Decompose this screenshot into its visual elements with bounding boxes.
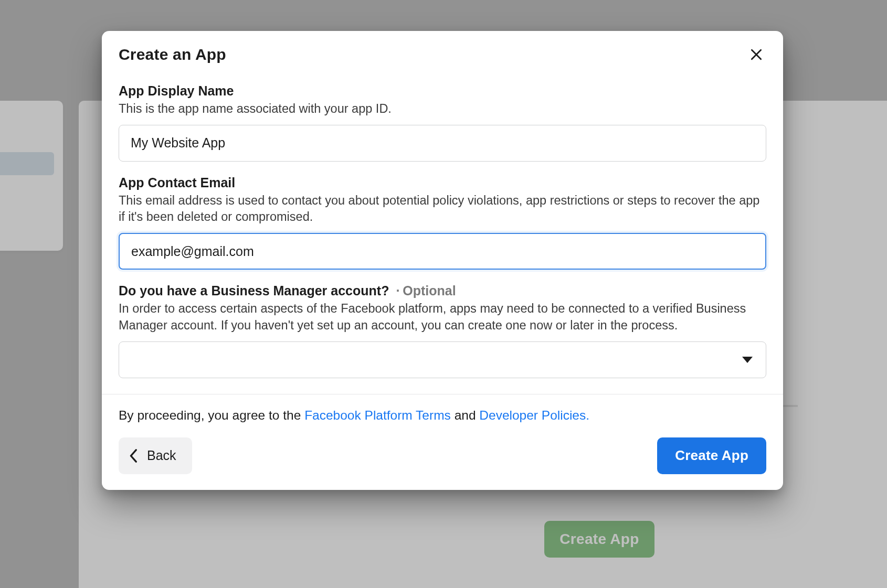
optional-badge: Optional — [403, 283, 456, 298]
field-app-display-name: App Display Name This is the app name as… — [119, 83, 766, 162]
business-manager-select-wrap — [119, 341, 766, 378]
create-app-button[interactable]: Create App — [657, 437, 766, 474]
modal-body: App Display Name This is the app name as… — [102, 70, 783, 394]
platform-terms-link[interactable]: Facebook Platform Terms — [304, 408, 451, 422]
business-manager-select[interactable] — [119, 341, 766, 378]
field-label-business-manager: Do you have a Business Manager account? … — [119, 283, 766, 298]
footer-actions: Back Create App — [119, 437, 766, 474]
chevron-left-icon — [129, 448, 139, 463]
field-desc-contact-email: This email address is used to contact yo… — [119, 193, 766, 226]
field-app-contact-email: App Contact Email This email address is … — [119, 175, 766, 270]
create-app-modal: Create an App App Display Name This is t… — [102, 31, 783, 490]
modal-header: Create an App — [102, 31, 783, 70]
create-app-button-label: Create App — [675, 447, 748, 464]
developer-policies-link[interactable]: Developer Policies. — [479, 408, 589, 422]
chevron-down-icon — [742, 357, 753, 363]
agreement-text: By proceeding, you agree to the Facebook… — [119, 408, 766, 423]
field-label-business-manager-text: Do you have a Business Manager account? — [119, 283, 389, 298]
back-button-label: Back — [147, 448, 176, 463]
optional-separator: · — [396, 283, 399, 298]
close-button[interactable] — [746, 45, 766, 65]
field-label-display-name: App Display Name — [119, 83, 766, 99]
field-desc-display-name: This is the app name associated with you… — [119, 101, 766, 117]
field-desc-business-manager: In order to access certain aspects of th… — [119, 301, 766, 334]
agreement-prefix: By proceeding, you agree to the — [119, 408, 304, 422]
back-button[interactable]: Back — [119, 437, 192, 474]
modal-footer: By proceeding, you agree to the Facebook… — [102, 394, 783, 490]
field-label-contact-email: App Contact Email — [119, 175, 766, 190]
field-business-manager: Do you have a Business Manager account? … — [119, 283, 766, 378]
agreement-and: and — [451, 408, 480, 422]
modal-title: Create an App — [119, 46, 226, 63]
app-display-name-input[interactable] — [119, 125, 766, 162]
close-icon — [749, 48, 763, 61]
app-contact-email-input[interactable] — [119, 233, 766, 270]
